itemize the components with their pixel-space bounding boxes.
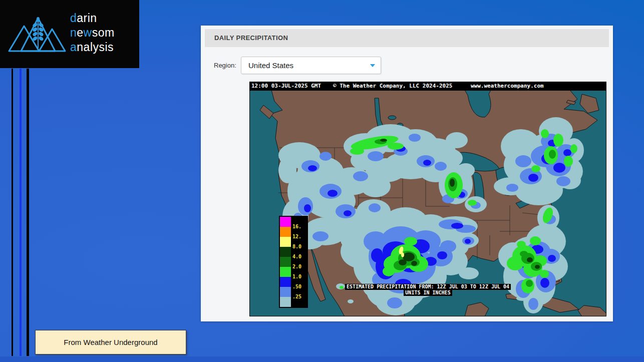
weather-underground-button[interactable]: From Weather Underground — [35, 330, 186, 354]
panel-header: DAILY PRECIPITATION — [205, 29, 609, 47]
legend-swatch — [280, 247, 291, 257]
legend-label: 12. — [291, 232, 307, 242]
map-caption: ESTIMATED PRECIPITATION FROM: 12Z JUL 03… — [249, 284, 606, 296]
mountain-wheat-icon — [7, 13, 67, 54]
map-caption-line1: ESTIMATED PRECIPITATION FROM: 12Z JUL 03… — [345, 284, 511, 290]
map-topbar: 12:00 03-JUL-2025 GMT © The Weather Comp… — [249, 82, 606, 90]
legend-label: 16. — [291, 222, 307, 232]
region-label: Region: — [214, 57, 236, 74]
map-copyright: © The Weather Company, LLC 2024-2025 — [333, 83, 452, 89]
region-select-value: United States — [241, 57, 381, 74]
chevron-down-icon — [370, 64, 375, 67]
daily-precipitation-panel: DAILY PRECIPITATION Region: United State… — [201, 26, 613, 321]
legend-swatch — [280, 257, 291, 267]
left-stripe-black-1 — [12, 69, 13, 356]
map-timestamp: 12:00 03-JUL-2025 GMT — [251, 83, 321, 89]
brand-line-1: darin — [70, 11, 115, 26]
map-caption-line2: UNITS IN INCHES — [404, 290, 452, 296]
legend-swatch — [280, 267, 291, 277]
region-select[interactable]: United States — [241, 57, 381, 74]
legend-swatch — [280, 227, 291, 237]
legend-label: 4.0 — [291, 252, 307, 262]
brand-name: darin newsom analysis — [70, 11, 115, 55]
footer-strip — [0, 356, 644, 362]
legend-label: 8.0 — [291, 242, 307, 252]
left-stripe-blue — [20, 69, 22, 356]
brand-line-3: analysis — [70, 40, 115, 55]
legend-swatch — [280, 297, 291, 307]
legend-label: 1.0 — [291, 272, 307, 282]
precipitation-map: 12:00 03-JUL-2025 GMT © The Weather Comp… — [249, 82, 606, 316]
legend-swatch — [280, 217, 291, 227]
panel-title: DAILY PRECIPITATION — [205, 29, 609, 47]
legend-swatch — [280, 237, 291, 247]
legend-label: 2.0 — [291, 262, 307, 272]
brand-line-2: newsom — [70, 26, 115, 40]
left-stripe-black-2 — [27, 69, 29, 356]
map-website: www.weathercompany.com — [471, 83, 544, 89]
brand-logo: darin newsom analysis — [0, 0, 139, 68]
